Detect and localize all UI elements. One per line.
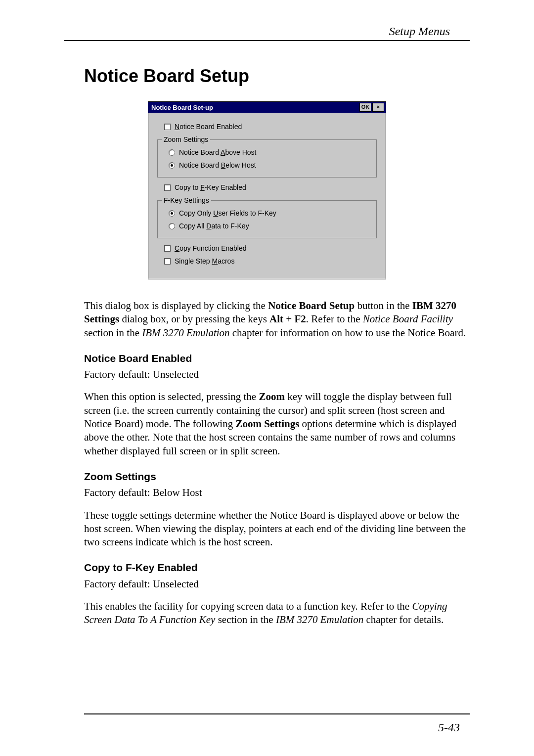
page-number: 5-43: [438, 721, 460, 734]
section-heading-copy-fkey: Copy to F-Key Enabled: [84, 561, 470, 574]
fkey-settings-group: F-Key Settings Copy Only User Fields to …: [157, 196, 377, 238]
dialog-figure: Notice Board Set-up OK × Notice Board En…: [64, 101, 470, 279]
close-button[interactable]: ×: [372, 103, 384, 112]
dialog-body: Notice Board Enabled Zoom Settings Notic…: [148, 113, 386, 279]
rule-top: [64, 40, 470, 41]
radio-label: Notice Board Below Host: [179, 161, 256, 169]
section-paragraph: This enables the facility for copying sc…: [84, 600, 470, 627]
body-text: This dialog box is displayed by clicking…: [84, 299, 470, 627]
page: Setup Menus Notice Board Setup Notice Bo…: [0, 0, 534, 756]
intro-paragraph: This dialog box is displayed by clicking…: [84, 299, 470, 340]
copy-user-fields-radio[interactable]: Copy Only User Fields to F-Key: [169, 209, 372, 217]
rule-bottom: [84, 713, 470, 714]
checkbox-label: Copy Function Enabled: [175, 244, 247, 252]
radio-icon: [169, 210, 175, 217]
checkbox-icon: [164, 184, 171, 191]
notice-board-dialog: Notice Board Set-up OK × Notice Board En…: [148, 101, 386, 279]
radio-label: Copy All Data to F-Key: [179, 222, 249, 230]
dialog-titlebar: Notice Board Set-up OK ×: [148, 102, 386, 113]
radio-label: Copy Only User Fields to F-Key: [179, 209, 276, 217]
page-title: Notice Board Setup: [84, 66, 470, 87]
radio-icon: [169, 223, 175, 229]
checkbox-icon: [164, 124, 171, 130]
section-heading-zoom: Zoom Settings: [84, 470, 470, 483]
running-header: Setup Menus: [64, 25, 470, 38]
factory-default: Factory default: Unselected: [84, 578, 470, 591]
radio-icon: [169, 149, 175, 156]
group-legend: Zoom Settings: [162, 135, 210, 143]
copy-function-enabled-checkbox[interactable]: Copy Function Enabled: [164, 244, 377, 252]
section-paragraph: These toggle settings determine whether …: [84, 509, 470, 549]
copy-all-data-radio[interactable]: Copy All Data to F-Key: [169, 222, 372, 230]
checkbox-label: Single Step Macros: [175, 257, 234, 265]
zoom-below-radio[interactable]: Notice Board Below Host: [169, 161, 372, 169]
radio-label: Notice Board Above Host: [179, 148, 256, 156]
checkbox-label: Copy to F-Key Enabled: [175, 183, 246, 191]
section-heading-enabled: Notice Board Enabled: [84, 352, 470, 365]
checkbox-label: Notice Board Enabled: [175, 123, 242, 131]
copy-fkey-enabled-checkbox[interactable]: Copy to F-Key Enabled: [164, 183, 377, 191]
single-step-macros-checkbox[interactable]: Single Step Macros: [164, 257, 377, 265]
section-paragraph: When this option is selected, pressing t…: [84, 390, 470, 457]
zoom-settings-group: Zoom Settings Notice Board Above Host No…: [157, 135, 377, 178]
ok-button[interactable]: OK: [359, 103, 371, 112]
notice-board-enabled-checkbox[interactable]: Notice Board Enabled: [164, 123, 377, 131]
dialog-title: Notice Board Set-up: [151, 104, 213, 111]
zoom-above-radio[interactable]: Notice Board Above Host: [169, 148, 372, 156]
group-legend: F-Key Settings: [162, 196, 211, 204]
factory-default: Factory default: Below Host: [84, 486, 470, 499]
factory-default: Factory default: Unselected: [84, 368, 470, 381]
checkbox-icon: [164, 258, 171, 265]
checkbox-icon: [164, 245, 171, 252]
radio-icon: [169, 162, 175, 169]
